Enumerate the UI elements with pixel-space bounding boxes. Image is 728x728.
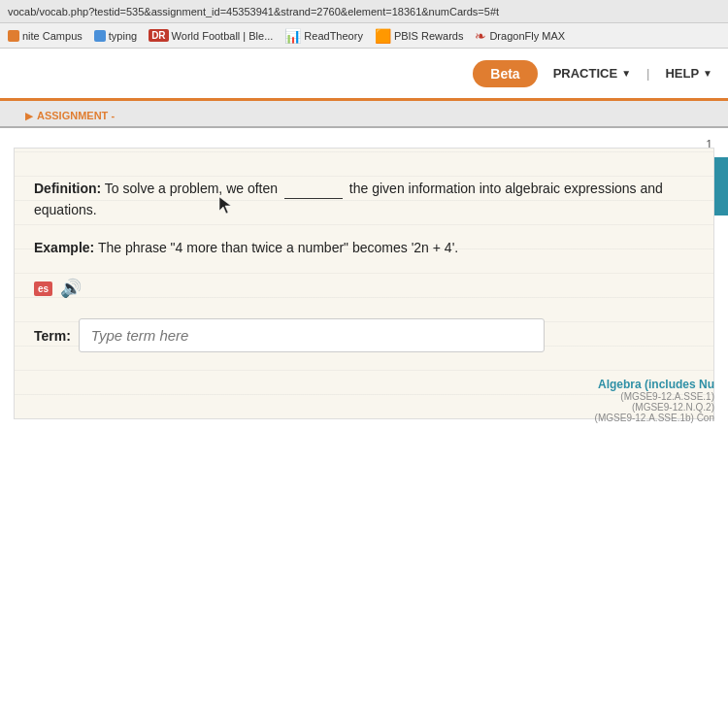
bookmark-label: nite Campus [22, 30, 83, 42]
audio-icon[interactable]: 🔊 [60, 278, 82, 299]
bookmark-label: ReadTheory [304, 30, 363, 42]
breadcrumb-text: ASSIGNMENT - [37, 110, 115, 121]
es-language-icon[interactable]: es [34, 281, 52, 296]
bookmark-nite-campus[interactable]: nite Campus [8, 30, 83, 42]
term-input[interactable] [79, 318, 545, 352]
bookmark-readtheory[interactable]: 📊 ReadTheory [284, 28, 363, 44]
browser-address-bar: vocab/vocab.php?testid=535&assignment_id… [0, 0, 728, 23]
definition-block: Definition: To solve a problem, we often… [34, 178, 694, 221]
secondary-bar: ▶ ASSIGNMENT - [0, 101, 728, 128]
main-content: Definition: To solve a problem, we often… [0, 128, 728, 433]
term-input-row: Term: [34, 318, 694, 352]
bookmark-pbis[interactable]: 🟧 PBIS Rewards [375, 28, 464, 44]
dr-icon: DR [149, 29, 168, 42]
standards-line2: (MGSE9-12.N.Q.2) [595, 402, 714, 413]
bookmark-label: typing [109, 30, 137, 42]
example-label: Example: [34, 240, 94, 255]
term-label: Term: [34, 328, 71, 344]
bookmark-typing[interactable]: typing [94, 30, 137, 42]
definition-before-text: To solve a problem, we often [105, 181, 281, 196]
help-nav[interactable]: HELP ▼ [665, 66, 712, 81]
standards-title: Algebra (includes Nu [595, 378, 714, 391]
bookmark-label: PBIS Rewards [394, 30, 464, 42]
icons-row: es 🔊 [34, 278, 694, 299]
bookmark-label: World Football | Ble... [172, 30, 274, 42]
example-block: Example: The phrase "4 more than twice a… [34, 237, 694, 258]
app-wrapper: Beta PRACTICE ▼ | HELP ▼ ▶ ASSIGNMENT - … [0, 49, 728, 728]
beta-button[interactable]: Beta [473, 60, 537, 87]
readtheory-icon: 📊 [284, 28, 301, 44]
typing-icon [94, 30, 106, 42]
help-label: HELP [665, 66, 699, 81]
practice-nav[interactable]: PRACTICE ▼ [553, 66, 631, 81]
pbis-icon: 🟧 [375, 28, 391, 44]
top-nav: Beta PRACTICE ▼ | HELP ▼ [0, 49, 728, 101]
breadcrumb-arrow-icon: ▶ [25, 111, 33, 121]
definition-blank [284, 198, 343, 199]
example-text: The phrase "4 more than twice a number" … [98, 240, 458, 255]
nite-campus-icon [8, 30, 19, 42]
help-chevron-icon: ▼ [703, 68, 712, 79]
bookmarks-bar: nite Campus typing DR World Football | B… [0, 23, 728, 49]
practice-chevron-icon: ▼ [621, 68, 631, 79]
standards-line3: (MGSE9-12.A.SSE.1b) Con [595, 413, 714, 423]
url-text: vocab/vocab.php?testid=535&assignment_id… [8, 6, 499, 17]
nav-divider: | [646, 66, 649, 81]
dragonfly-icon: ❧ [475, 28, 486, 44]
bookmark-dragonfly[interactable]: ❧ DragonFly MAX [475, 28, 565, 44]
assignment-breadcrumb: ▶ ASSIGNMENT - [12, 100, 128, 127]
standards-line1: (MGSE9-12.A.SSE.1) [595, 391, 714, 402]
practice-label: PRACTICE [553, 66, 617, 81]
bookmark-label: DragonFly MAX [489, 30, 565, 42]
bookmark-world-football[interactable]: DR World Football | Ble... [149, 29, 273, 42]
standards-footer: Algebra (includes Nu (MGSE9-12.A.SSE.1) … [595, 378, 714, 423]
definition-label: Definition: [34, 181, 101, 196]
